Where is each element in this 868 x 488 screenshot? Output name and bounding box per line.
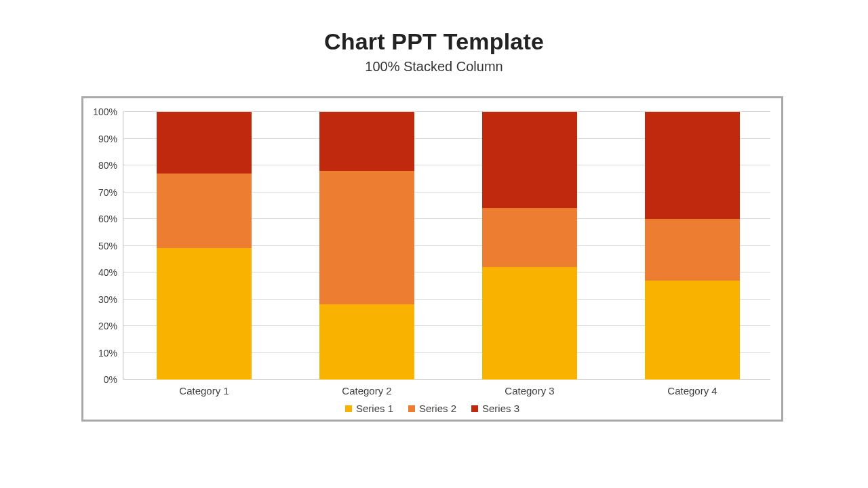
bar-segment-series-2 <box>157 174 252 249</box>
bar-segment-series-2 <box>482 208 577 267</box>
y-tick-label: 60% <box>98 214 123 224</box>
bar-category-2: Category 2 <box>319 112 414 380</box>
legend: Series 1 Series 2 Series 3 <box>83 403 781 414</box>
bar-segment-series-2 <box>645 219 740 281</box>
bar-segment-series-1 <box>319 304 414 380</box>
bar-category-3: Category 3 <box>482 112 577 380</box>
x-category-label: Category 3 <box>505 380 554 396</box>
y-axis-line <box>123 112 123 380</box>
x-category-label: Category 4 <box>667 380 717 396</box>
chart-frame: 0% 10% 20% 30% 40% 50% 60% 70% 80% 90% 1… <box>81 96 783 422</box>
legend-label: Series 3 <box>482 403 519 414</box>
bar-category-1: Category 1 <box>157 112 252 380</box>
y-tick-label: 20% <box>98 321 123 331</box>
legend-swatch <box>345 405 352 412</box>
y-tick-label: 10% <box>98 348 123 359</box>
y-tick-label: 40% <box>98 267 123 278</box>
legend-label: Series 2 <box>419 403 456 414</box>
y-tick-label: 80% <box>98 160 123 171</box>
y-tick-label: 30% <box>98 294 123 305</box>
y-tick-label: 0% <box>104 374 123 385</box>
legend-item-series-2: Series 2 <box>408 403 456 414</box>
legend-item-series-3: Series 3 <box>471 403 519 414</box>
bar-segment-series-3 <box>157 112 252 174</box>
bar-segment-series-3 <box>319 112 414 171</box>
y-tick-label: 50% <box>98 241 123 251</box>
y-tick-label: 100% <box>93 106 123 117</box>
page-subtitle: 100% Stacked Column <box>0 59 868 75</box>
y-tick-label: 90% <box>98 134 123 144</box>
bar-segment-series-3 <box>482 112 577 208</box>
bar-segment-series-2 <box>319 171 414 305</box>
slide: Chart PPT Template 100% Stacked Column 0… <box>0 0 868 488</box>
x-category-label: Category 2 <box>342 380 391 396</box>
legend-label: Series 1 <box>356 403 393 414</box>
bar-segment-series-3 <box>645 112 740 219</box>
legend-swatch <box>408 405 415 412</box>
bar-segment-series-1 <box>157 248 252 380</box>
page-title: Chart PPT Template <box>0 0 868 55</box>
legend-swatch <box>471 405 478 412</box>
bar-segment-series-1 <box>482 267 577 380</box>
bar-segment-series-1 <box>645 281 740 380</box>
y-tick-label: 70% <box>98 187 123 198</box>
bar-category-4: Category 4 <box>645 112 740 380</box>
legend-item-series-1: Series 1 <box>345 403 393 414</box>
plot-area: 0% 10% 20% 30% 40% 50% 60% 70% 80% 90% 1… <box>123 112 770 380</box>
x-category-label: Category 1 <box>179 380 229 396</box>
